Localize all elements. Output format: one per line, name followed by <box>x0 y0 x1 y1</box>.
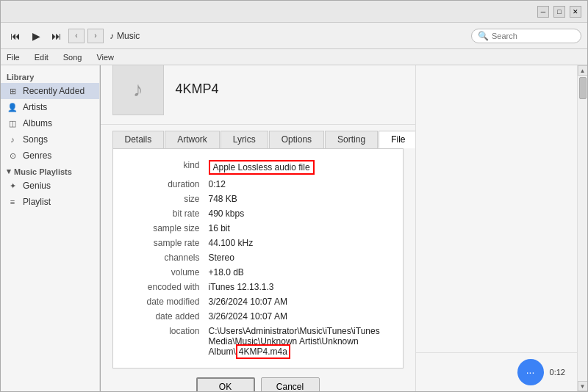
more-options-icon: ··· <box>526 366 535 378</box>
tab-file[interactable]: File <box>379 131 415 148</box>
location-value: C:\Users\Administrator\Music\iTunes\iTun… <box>206 324 391 359</box>
albums-icon: ◫ <box>7 117 18 129</box>
sidebar: Library ⊞ Recently Added 👤 Artists ◫ Alb… <box>1 65 100 391</box>
scrollbar-down-arrow[interactable]: ▼ <box>578 381 588 391</box>
location-filename-highlighted: 4KMP4.m4a <box>236 344 290 359</box>
album-art-placeholder-icon: ♪ <box>133 78 143 101</box>
modal-body: kind Apple Lossless audio file duration … <box>112 148 404 369</box>
sidebar-item-albums[interactable]: ◫ Albums <box>1 115 99 131</box>
sidebar-item-genres-label: Genres <box>23 150 51 161</box>
right-scrollbar[interactable]: ▲ ▼ <box>577 65 587 391</box>
tab-details[interactable]: Details <box>112 131 165 148</box>
encoded-with-value: iTunes 12.13.1.3 <box>206 280 391 294</box>
right-panel: ··· 0:12 <box>415 65 577 391</box>
menu-file[interactable]: File <box>4 51 23 63</box>
search-input[interactable] <box>492 32 575 40</box>
nav-fwd-button[interactable]: › <box>87 29 104 43</box>
kind-value-highlighted: Apple Lossless audio file <box>209 160 315 175</box>
right-panel-bottom: ··· 0:12 <box>416 352 577 391</box>
scrollbar-up-arrow[interactable]: ▲ <box>578 65 588 76</box>
genres-icon: ⊙ <box>7 150 18 161</box>
sample-size-label: sample size <box>125 221 206 236</box>
title-bar: ─ □ ✕ <box>1 1 587 23</box>
tab-options[interactable]: Options <box>269 131 324 148</box>
search-box[interactable]: 🔍 <box>471 29 581 43</box>
sample-size-value: 16 bit <box>206 221 391 236</box>
minimize-button[interactable]: ─ <box>537 6 549 18</box>
playlists-label: Music Playlists <box>14 167 72 176</box>
info-row-date-added: date added 3/26/2024 10:07 AM <box>125 309 391 324</box>
info-row-sample-size: sample size 16 bit <box>125 221 391 236</box>
scrollbar-thumb[interactable] <box>579 77 587 99</box>
scrollbar-track[interactable] <box>578 76 587 381</box>
tab-lyrics[interactable]: Lyrics <box>220 131 268 148</box>
size-label: size <box>125 192 206 206</box>
info-row-encoded: encoded with iTunes 12.13.1.3 <box>125 280 391 294</box>
menu-view[interactable]: View <box>93 51 117 63</box>
info-row-location: location C:\Users\Administrator\Music\iT… <box>125 324 391 359</box>
playlist-icon: ≡ <box>7 196 18 208</box>
sidebar-item-songs[interactable]: ♪ Songs <box>1 131 99 148</box>
next-button[interactable]: ⏭ <box>48 27 65 45</box>
file-info-table: kind Apple Lossless audio file duration … <box>125 158 391 359</box>
sidebar-item-recently-added-label: Recently Added <box>23 86 85 96</box>
info-row-date-modified: date modified 3/26/2024 10:07 AM <box>125 294 391 309</box>
menu-song[interactable]: Song <box>60 51 85 63</box>
sidebar-item-genius[interactable]: ✦ Genius <box>1 178 99 194</box>
time-display: 0:12 <box>550 368 565 377</box>
duration-label: duration <box>125 177 206 192</box>
close-button[interactable]: ✕ <box>570 6 581 18</box>
date-modified-label: date modified <box>125 294 206 309</box>
more-options-button[interactable]: ··· <box>517 359 544 385</box>
channels-value: Stereo <box>206 250 391 265</box>
track-title: 4KMP4 <box>176 81 219 97</box>
music-text: Music <box>117 31 140 41</box>
play-button[interactable]: ▶ <box>27 27 45 45</box>
tab-sorting[interactable]: Sorting <box>325 131 378 148</box>
sample-rate-label: sample rate <box>125 236 206 250</box>
bit-rate-value: 490 kbps <box>206 206 391 221</box>
music-label: ♪ Music <box>110 31 140 41</box>
prev-button[interactable]: ⏮ <box>7 27 24 45</box>
size-value: 748 KB <box>206 192 391 206</box>
date-added-value: 3/26/2024 10:07 AM <box>206 309 391 324</box>
music-icon: ♪ <box>110 31 114 41</box>
nav-back-button[interactable]: ‹ <box>68 29 85 43</box>
genius-icon: ✦ <box>7 180 18 192</box>
volume-label: volume <box>125 265 206 280</box>
main-content: ♪ 4KMP4 Details Artwork Lyrics Options S… <box>100 65 415 391</box>
modal-header: ♪ 4KMP4 <box>101 65 415 125</box>
playlists-chevron-icon: ▾ <box>7 167 11 176</box>
volume-value: +18.0 dB <box>206 265 391 280</box>
library-section-label: Library <box>1 68 99 83</box>
maximize-button[interactable]: □ <box>553 6 565 18</box>
modal-tabs: Details Artwork Lyrics Options Sorting F… <box>101 125 415 148</box>
search-icon: 🔍 <box>478 31 489 41</box>
info-row-duration: duration 0:12 <box>125 177 391 192</box>
sidebar-item-playlist[interactable]: ≡ Playlist <box>1 194 99 210</box>
info-row-volume: volume +18.0 dB <box>125 265 391 280</box>
playlists-section-header[interactable]: ▾ Music Playlists <box>1 164 99 178</box>
info-row-kind: kind Apple Lossless audio file <box>125 158 391 177</box>
info-row-bitrate: bit rate 490 kbps <box>125 206 391 221</box>
songs-icon: ♪ <box>7 134 18 145</box>
menu-edit[interactable]: Edit <box>32 51 51 63</box>
recently-added-icon: ⊞ <box>7 85 18 97</box>
sidebar-item-artists-label: Artists <box>23 102 47 112</box>
toolbar: ⏮ ▶ ⏭ ‹ › ♪ Music 🔍 <box>1 23 587 49</box>
encoded-with-label: encoded with <box>125 280 206 294</box>
cancel-button[interactable]: Cancel <box>261 377 320 392</box>
sidebar-item-recently-added[interactable]: ⊞ Recently Added <box>1 83 99 99</box>
duration-value: 0:12 <box>206 177 391 192</box>
modal-overlay: ♪ 4KMP4 Details Artwork Lyrics Options S… <box>100 65 415 391</box>
sidebar-item-genius-label: Genius <box>23 181 51 191</box>
date-added-label: date added <box>125 309 206 324</box>
right-panel-top <box>416 65 577 352</box>
info-row-size: size 748 KB <box>125 192 391 206</box>
ok-button[interactable]: OK <box>196 377 255 392</box>
sidebar-item-albums-label: Albums <box>23 118 52 128</box>
tab-artwork[interactable]: Artwork <box>165 131 220 148</box>
modal-footer: OK Cancel <box>101 369 415 392</box>
sidebar-item-genres[interactable]: ⊙ Genres <box>1 148 99 164</box>
sidebar-item-artists[interactable]: 👤 Artists <box>1 99 99 115</box>
